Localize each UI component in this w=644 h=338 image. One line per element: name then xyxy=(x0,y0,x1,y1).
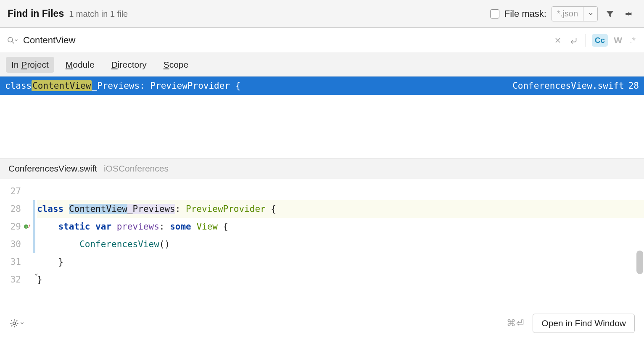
scope-in-project[interactable]: In Project xyxy=(6,57,54,73)
code-line: class ContentView_Previews: PreviewProvi… xyxy=(37,200,644,218)
search-input[interactable] xyxy=(23,35,547,46)
svg-point-0 xyxy=(8,37,13,42)
match-case-toggle[interactable]: Cc xyxy=(592,34,608,47)
filter-icon[interactable] xyxy=(603,7,617,21)
scope-tabs: In Project Module Directory Scope xyxy=(0,53,644,77)
code-preview[interactable]: 27 28 29 I 30 31 32 class ContentView_Pr… xyxy=(0,179,644,308)
result-suffix: _Previews: PreviewProvider { xyxy=(92,81,240,91)
scope-module[interactable]: Module xyxy=(60,57,100,73)
preview-module: iOSConferences xyxy=(104,164,169,174)
result-row[interactable]: class ContentView_Previews: PreviewProvi… xyxy=(0,77,644,95)
match-count: 1 match in 1 file xyxy=(69,9,128,19)
code-line: static var previews: some View { xyxy=(37,218,644,235)
gutter-line: 28 xyxy=(0,200,33,218)
pin-icon[interactable] xyxy=(622,7,636,21)
shortcut-hint: ⌘⏎ xyxy=(507,318,524,329)
gutter-line: 31 xyxy=(0,253,33,271)
svg-line-1 xyxy=(12,41,14,43)
file-mask-label: File mask: xyxy=(504,8,546,19)
fold-chevron-icon[interactable] xyxy=(34,272,39,278)
whole-words-toggle[interactable]: W xyxy=(612,35,624,45)
result-line: 28 xyxy=(628,81,639,91)
code-area[interactable]: class ContentView_Previews: PreviewProvi… xyxy=(35,179,644,308)
svg-line-9 xyxy=(11,320,12,321)
gutter-line: 27 xyxy=(0,182,33,200)
results-area xyxy=(0,95,644,158)
preview-header: ConferencesView.swift iOSConferences xyxy=(0,158,644,179)
code-line xyxy=(37,182,644,200)
scope-scope[interactable]: Scope xyxy=(158,57,194,73)
svg-point-4 xyxy=(13,322,16,324)
result-prefix: class xyxy=(5,81,32,91)
code-line: } xyxy=(37,253,644,271)
code-line: } xyxy=(37,271,644,288)
clear-icon[interactable] xyxy=(552,37,564,44)
implementation-gutter-icon[interactable]: I xyxy=(24,222,31,232)
line-gutter: 27 28 29 I 30 31 32 xyxy=(0,179,33,308)
result-highlight: ContentView xyxy=(32,80,92,91)
dialog-title: Find in Files xyxy=(8,8,64,19)
file-mask-dropdown[interactable]: *.json xyxy=(552,6,598,21)
svg-line-11 xyxy=(11,325,12,326)
open-in-find-window-button[interactable]: Open in Find Window xyxy=(533,314,635,333)
scrollbar[interactable] xyxy=(636,251,643,274)
svg-line-10 xyxy=(16,325,17,326)
gear-icon[interactable] xyxy=(9,318,24,328)
titlebar: Find in Files 1 match in 1 file File mas… xyxy=(0,0,644,28)
file-mask-value: *.json xyxy=(552,9,583,18)
search-icon[interactable] xyxy=(7,36,18,45)
newline-icon[interactable] xyxy=(568,36,580,45)
result-file: ConferencesView.swift xyxy=(512,81,624,91)
svg-line-12 xyxy=(16,320,17,321)
scope-directory[interactable]: Directory xyxy=(106,57,152,73)
gutter-line: 29 I xyxy=(0,218,33,235)
file-mask-checkbox[interactable] xyxy=(490,9,499,18)
footer: ⌘⏎ Open in Find Window xyxy=(0,308,644,338)
svg-text:I: I xyxy=(26,225,26,229)
gutter-line: 32 xyxy=(0,271,33,288)
preview-file: ConferencesView.swift xyxy=(8,164,97,174)
code-line: ConferencesView() xyxy=(37,235,644,253)
divider xyxy=(586,34,586,47)
chevron-down-icon[interactable] xyxy=(583,7,597,21)
gutter-line: 30 xyxy=(0,235,33,253)
search-bar: Cc W .* xyxy=(0,28,644,53)
regex-toggle[interactable]: .* xyxy=(628,35,637,45)
